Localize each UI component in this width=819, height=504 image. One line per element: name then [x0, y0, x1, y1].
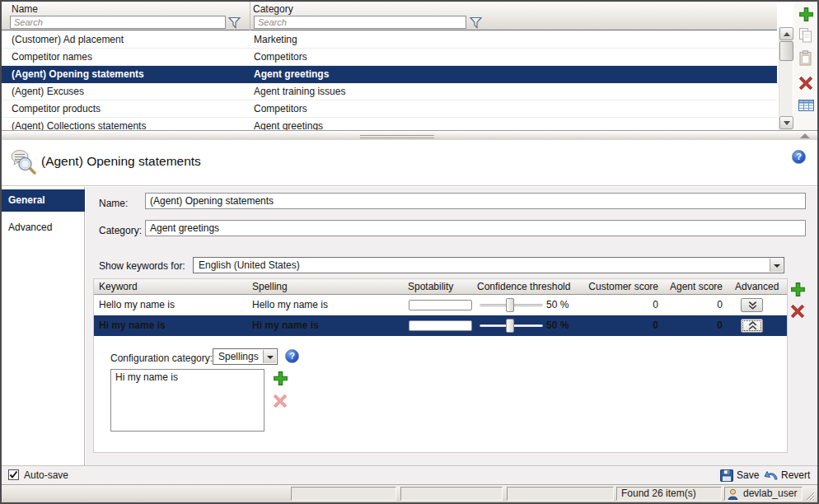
confidence-slider-thumb[interactable]: [506, 298, 514, 312]
configuration-category-select[interactable]: Spellings: [213, 348, 278, 365]
keyword-row[interactable]: Hello my name is Hello my name is 50 % 0…: [94, 295, 787, 315]
add-keyword-icon[interactable]: [790, 282, 806, 297]
list-item[interactable]: (Agent) Excuses Agent training issues: [2, 83, 777, 100]
name-search-input[interactable]: [10, 16, 226, 29]
spellings-listbox[interactable]: Hi my name is: [110, 369, 264, 432]
confidence-value: 50 %: [546, 315, 569, 336]
scrollbar-down-button[interactable]: [779, 116, 793, 129]
paste-icon[interactable]: [798, 50, 814, 66]
delete-spelling-icon-disabled[interactable]: [273, 394, 288, 409]
column-separator[interactable]: [250, 2, 250, 30]
col-spelling[interactable]: Spelling: [252, 279, 288, 294]
status-user-panel: devlab_user: [724, 487, 803, 501]
list-toolbar: [793, 2, 817, 130]
customer-score-cell[interactable]: 0: [572, 295, 658, 315]
spelling-item[interactable]: Hi my name is: [111, 370, 264, 385]
col-customer-score[interactable]: Customer score: [572, 279, 658, 294]
delete-icon[interactable]: [798, 76, 814, 91]
advanced-expand-button[interactable]: [741, 298, 763, 312]
configuration-category-label: Configuration category:: [110, 351, 213, 366]
user-icon: [728, 488, 738, 501]
spotability-bar: [409, 300, 472, 310]
help-icon[interactable]: ?: [792, 150, 806, 164]
category-field-label: Category:: [99, 225, 142, 236]
list-item[interactable]: (Agent) Collections statements Agent gre…: [2, 118, 777, 130]
confidence-slider-thumb[interactable]: [506, 319, 514, 333]
delete-keyword-icon[interactable]: [790, 304, 806, 320]
column-header-category[interactable]: Category: [253, 3, 293, 15]
keyword-list-pane: Name Category (Customer) Ad placement Ma…: [2, 2, 817, 130]
keyword-table: Keyword Spelling Spotability Confidence …: [93, 278, 788, 453]
keyword-row-selected[interactable]: Hi my name is Hi my name is 50 % 0 0: [94, 315, 787, 336]
item-category: Agent greetings: [254, 118, 323, 130]
save-icon[interactable]: [720, 469, 733, 484]
item-name: Competitor products: [12, 100, 101, 117]
spelling-cell: Hello my name is: [252, 295, 328, 315]
footer-bar: Auto-save Save Revert: [2, 465, 817, 484]
col-advanced[interactable]: Advanced: [735, 279, 779, 294]
splitter-grip-icon[interactable]: [360, 133, 434, 138]
category-field[interactable]: [145, 220, 806, 236]
keyword-cell: Hi my name is: [99, 315, 166, 336]
status-found-count: Found 26 item(s): [616, 487, 722, 501]
agent-score-cell[interactable]: 0: [667, 295, 723, 315]
keyword-cell: Hello my name is: [99, 295, 175, 315]
agent-score-cell[interactable]: 0: [667, 315, 723, 336]
item-name: (Agent) Opening statements: [12, 66, 144, 82]
col-agent-score[interactable]: Agent score: [667, 279, 723, 294]
add-spelling-icon[interactable]: [273, 371, 288, 386]
resize-grip-icon[interactable]: [804, 490, 816, 502]
chevron-down-icon[interactable]: [263, 350, 276, 363]
item-category: Competitors: [254, 49, 307, 65]
item-category: Agent greetings: [254, 66, 329, 82]
tab-general[interactable]: General: [2, 189, 85, 212]
spotability-bar: [409, 320, 472, 331]
filter-icon[interactable]: [227, 16, 242, 29]
revert-button[interactable]: Revert: [781, 469, 810, 481]
language-select[interactable]: English (United States): [193, 257, 784, 273]
col-keyword[interactable]: Keyword: [99, 279, 138, 294]
pane-splitter[interactable]: [2, 130, 817, 140]
detail-header: (Agent) Opening statements ?: [2, 140, 817, 186]
chevron-down-icon[interactable]: [770, 259, 783, 272]
detail-sidebar: General Advanced: [2, 187, 85, 465]
customer-score-cell[interactable]: 0: [572, 315, 658, 336]
col-confidence-threshold[interactable]: Confidence threshold: [477, 279, 570, 294]
advanced-collapse-button[interactable]: [741, 319, 763, 333]
confidence-value: 50 %: [546, 295, 569, 315]
list-item[interactable]: Competitor names Competitors: [2, 49, 777, 66]
detail-panel: (Agent) Opening statements ? General Adv…: [2, 140, 817, 465]
filter-icon[interactable]: [469, 16, 484, 29]
language-select-label: Show keywords for:: [99, 260, 185, 272]
list-item[interactable]: Competitor products Competitors: [2, 100, 777, 118]
name-field[interactable]: [145, 193, 806, 209]
detail-title: (Agent) Opening statements: [41, 154, 201, 169]
status-panel: [291, 487, 396, 501]
column-header-name[interactable]: Name: [12, 3, 38, 15]
tab-advanced[interactable]: Advanced: [2, 217, 85, 239]
list-scrollbar[interactable]: [779, 27, 793, 130]
category-search-input[interactable]: [254, 16, 466, 29]
keyword-set-icon: [11, 149, 39, 178]
item-name: (Agent) Excuses: [12, 83, 84, 100]
splitter-collapse-icon[interactable]: [800, 133, 810, 138]
keyword-table-header: Keyword Spelling Spotability Confidence …: [94, 279, 787, 295]
revert-icon[interactable]: [764, 469, 779, 483]
name-field-label: Name:: [99, 198, 128, 209]
scrollbar-thumb[interactable]: [779, 41, 793, 61]
copy-icon[interactable]: [798, 27, 814, 43]
help-icon[interactable]: ?: [285, 349, 299, 363]
item-category: Agent training issues: [254, 83, 345, 100]
table-view-icon[interactable]: [798, 100, 814, 115]
item-name: Competitor names: [12, 49, 92, 65]
list-header: Name Category: [2, 2, 777, 30]
list-item-selected[interactable]: (Agent) Opening statements Agent greetin…: [2, 66, 777, 83]
autosave-checkbox[interactable]: [8, 469, 19, 480]
col-spotability[interactable]: Spotability: [408, 279, 453, 294]
add-icon[interactable]: [798, 7, 814, 22]
list-item[interactable]: (Customer) Ad placement Marketing: [2, 31, 777, 49]
status-panel: [507, 487, 614, 501]
item-name: (Customer) Ad placement: [12, 31, 124, 48]
save-button[interactable]: Save: [737, 469, 759, 481]
scrollbar-up-button[interactable]: [779, 27, 793, 40]
